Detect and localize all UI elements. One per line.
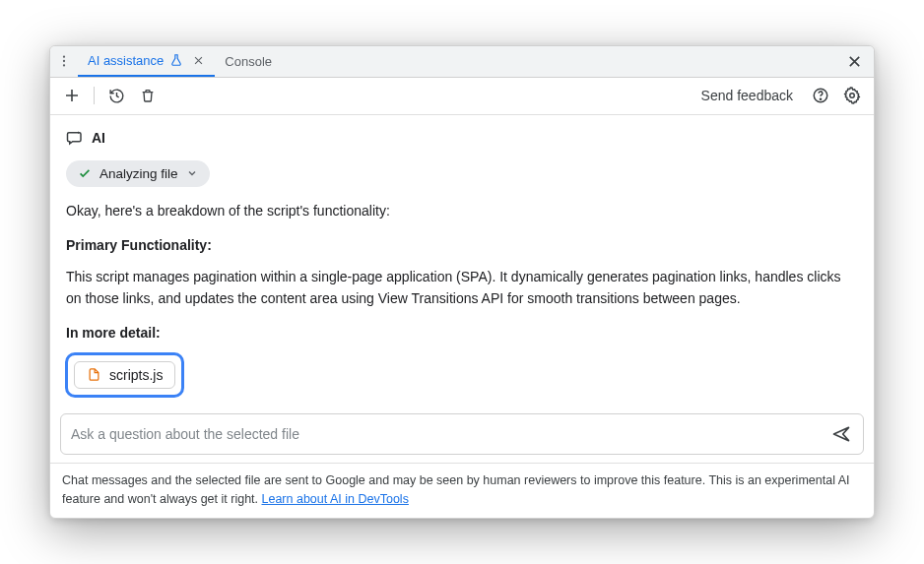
trash-icon [140, 88, 156, 103]
help-icon [812, 87, 829, 104]
learn-more-link[interactable]: Learn about AI in DevTools [262, 492, 409, 506]
ai-header: AI [66, 129, 858, 147]
plus-icon [64, 88, 80, 103]
response-heading-detail: In more detail: [66, 323, 858, 345]
status-chip-label: Analyzing file [99, 166, 178, 181]
chat-content: AI Analyzing file Okay, here's a breakdo… [50, 115, 874, 409]
close-icon [193, 55, 204, 66]
selected-file-name: scripts.js [109, 367, 163, 383]
settings-button[interactable] [840, 84, 864, 107]
tab-label: AI assistance [88, 53, 164, 68]
ai-header-label: AI [92, 130, 105, 146]
svg-point-5 [850, 94, 855, 98]
tab-console[interactable]: Console [215, 45, 282, 77]
history-button[interactable] [104, 84, 128, 107]
delete-button[interactable] [136, 84, 160, 107]
svg-point-2 [63, 64, 65, 66]
toolbar: Send feedback [50, 78, 874, 115]
svg-point-4 [820, 98, 821, 99]
chevron-down-icon [186, 167, 198, 179]
flask-icon [169, 53, 183, 67]
tab-label: Console [225, 54, 272, 69]
response-heading-primary: Primary Functionality: [66, 235, 858, 257]
status-chip[interactable]: Analyzing file [66, 160, 210, 187]
gear-icon [843, 87, 861, 104]
send-icon [831, 424, 851, 444]
check-icon [78, 166, 92, 180]
close-tab-button[interactable] [191, 53, 205, 67]
response-paragraph: This script manages pagination within a … [66, 267, 858, 309]
svg-point-0 [63, 56, 65, 58]
disclaimer-footer: Chat messages and the selected file are … [50, 463, 874, 519]
selected-file-chip[interactable]: scripts.js [74, 361, 175, 389]
send-feedback-link[interactable]: Send feedback [701, 88, 793, 103]
response-intro: Okay, here's a breakdown of the script's… [66, 201, 858, 222]
send-button[interactable] [829, 422, 853, 446]
divider [94, 87, 95, 104]
chat-input-row [60, 413, 864, 455]
more-tabs-button[interactable] [54, 51, 74, 71]
selected-file-highlight: scripts.js [65, 352, 858, 398]
file-icon [87, 367, 101, 382]
close-panel-button[interactable] [842, 49, 866, 73]
history-icon [108, 88, 125, 104]
devtools-panel: AI assistance Console Send feedback [49, 45, 875, 520]
close-icon [847, 54, 862, 69]
new-chat-button[interactable] [60, 84, 84, 107]
tab-ai-assistance[interactable]: AI assistance [78, 45, 215, 77]
more-vertical-icon [57, 54, 71, 68]
help-button[interactable] [809, 84, 832, 107]
sparkle-chat-icon [66, 129, 84, 147]
svg-point-1 [63, 60, 65, 62]
chat-input[interactable] [71, 426, 822, 442]
disclaimer-text: Chat messages and the selected file are … [62, 473, 850, 506]
tab-bar: AI assistance Console [50, 46, 874, 78]
